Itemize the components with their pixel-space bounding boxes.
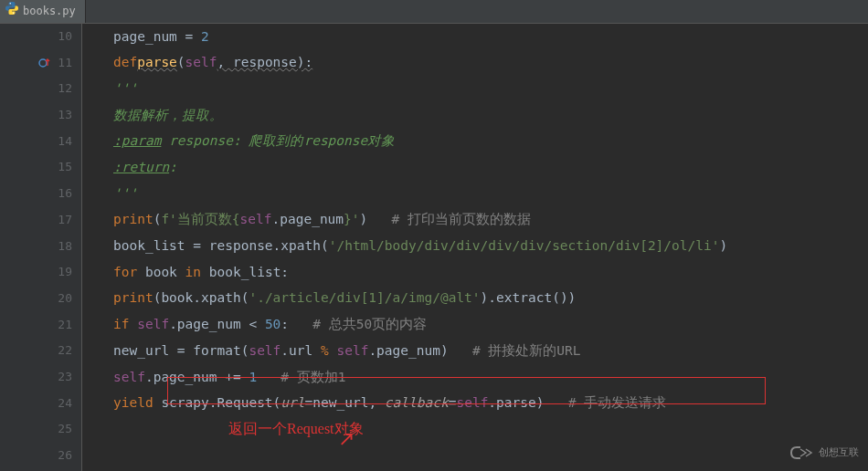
code-line: if self.page_num < 50: # 总共50页的内容 <box>113 312 868 339</box>
code-line: ''' <box>113 181 868 207</box>
svg-point-0 <box>10 3 11 4</box>
line-number-gutter: 10 11 12 13 14 15 16 17 18 19 20 21 22 2… <box>0 24 82 471</box>
python-file-icon <box>5 1 18 22</box>
code-line: for book in book_list: <box>113 259 868 286</box>
code-line <box>113 416 868 443</box>
code-line: print(f'当前页数{self.page_num}') # 打印当前页数的数… <box>113 207 868 234</box>
line-number: 15 <box>0 154 72 181</box>
code-line: :return: <box>113 154 868 181</box>
line-number: 17 <box>0 207 72 234</box>
line-number: 16 <box>0 181 72 207</box>
line-number: 12 <box>0 76 72 102</box>
line-number: 23 <box>0 364 72 391</box>
code-line: ''' <box>113 76 868 102</box>
line-number: 22 <box>0 338 72 364</box>
line-number: 18 <box>0 234 72 260</box>
editor-tab-books[interactable]: books.py <box>0 0 86 23</box>
line-number: 25 <box>0 416 72 443</box>
tab-filename: books.py <box>23 1 76 22</box>
override-gutter-icon[interactable] <box>38 57 51 69</box>
annotation-arrow-icon: ↗ <box>338 420 355 458</box>
annotation-text: ↗返回一个Request对象 <box>228 415 364 443</box>
code-line: page_num = 2 <box>113 24 868 50</box>
line-number: 10 <box>0 24 72 50</box>
code-line: 数据解析，提取。 <box>113 102 868 129</box>
code-editor[interactable]: page_num = 2 def parse(self, response): … <box>82 24 868 471</box>
line-number: 26 <box>0 443 72 469</box>
code-line: book_list = response.xpath('/html/body/d… <box>113 234 868 260</box>
code-line: print(book.xpath('./article/div[1]/a/img… <box>113 286 868 312</box>
watermark-text: 创想互联 <box>819 443 859 462</box>
line-number: 19 <box>0 259 72 286</box>
watermark: 创想互联 <box>788 443 859 462</box>
code-line <box>113 443 868 469</box>
line-number: 14 <box>0 129 72 155</box>
code-line: new_url = format(self.url % self.page_nu… <box>113 338 868 364</box>
code-line: yield scrapy.Request(url=new_url, callba… <box>113 391 868 417</box>
line-number: 20 <box>0 286 72 312</box>
line-number: 13 <box>0 102 72 129</box>
line-number: 24 <box>0 391 72 417</box>
code-line: self.page_num += 1 # 页数加1 <box>113 364 868 391</box>
code-line: def parse(self, response): <box>113 50 868 77</box>
watermark-logo-icon <box>788 444 813 462</box>
svg-point-1 <box>13 13 14 14</box>
code-line: :param response: 爬取到的response对象 <box>113 129 868 155</box>
tab-bar: books.py <box>0 0 868 24</box>
line-number: 21 <box>0 312 72 339</box>
line-number: 11 <box>0 50 72 77</box>
